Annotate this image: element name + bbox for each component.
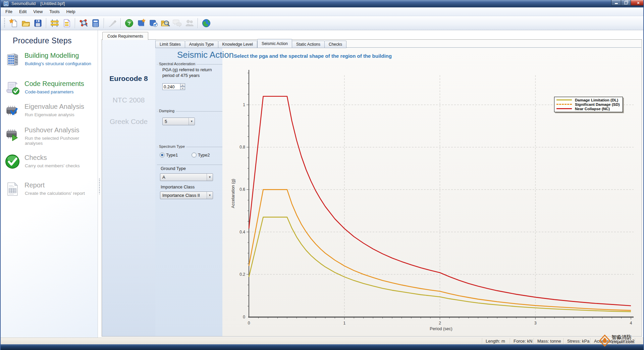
status-segment-2: Force: kN	[514, 339, 532, 344]
panel-splitter[interactable]	[98, 30, 102, 338]
status-separator	[635, 338, 636, 344]
pushover-chip-icon	[5, 126, 20, 142]
legend-label: Damage Limitation (DL)	[575, 98, 618, 102]
pga-label: PGA (g) referred to return period of 475…	[162, 67, 215, 79]
svg-text:0.6: 0.6	[239, 187, 245, 192]
window-title: SeismoBuild[Untitled.bpf]	[11, 1, 65, 6]
status-segment-4: Stress: kPa	[567, 339, 589, 344]
user-manual-icon[interactable]	[135, 17, 147, 29]
ground-type-select[interactable]: A ▼	[160, 173, 213, 181]
radio-type1[interactable]	[160, 152, 165, 158]
group-label-spectrum-type: Spectrum Type	[158, 144, 186, 148]
help-icon[interactable]: ?	[123, 17, 135, 29]
svg-text:1: 1	[243, 102, 245, 107]
code-option-ntc-2008[interactable]: NTC 2008	[102, 96, 155, 104]
code-option-eurocode-8[interactable]: Eurocode 8	[102, 75, 155, 83]
legend-label: Significant Damage (SD)	[575, 102, 620, 106]
caption-buttons: ×	[611, 0, 644, 6]
svg-text:2: 2	[439, 321, 441, 325]
radio-type1-label: Type1	[166, 152, 178, 158]
building-icon	[5, 52, 20, 67]
status-separator	[510, 338, 511, 344]
group-damping: Damping	[157, 111, 222, 112]
tab-analysis-type[interactable]: Analysis Type	[185, 41, 218, 48]
code-option-greek-code[interactable]: Greek Code	[102, 118, 155, 126]
new-project-icon[interactable]	[8, 17, 20, 29]
tab-code-requirements-outer[interactable]: Code Requirements	[102, 32, 148, 40]
seismobuild-window: SeismoBuild[Untitled.bpf] × FileEditView…	[0, 0, 644, 350]
watermark-logo-icon	[599, 335, 610, 347]
svg-text:Period (sec): Period (sec)	[430, 326, 452, 331]
support-icon	[183, 17, 196, 29]
minimize-button[interactable]	[611, 0, 621, 6]
title-bar: SeismoBuild[Untitled.bpf] ×	[0, 0, 644, 7]
sidebar-item-subtitle: Run the selected Pushover analyses	[25, 136, 97, 146]
code-scroll-icon	[5, 80, 20, 95]
sidebar-item-pushover-analysis[interactable]: Pushover AnalysisRun the selected Pushov…	[0, 126, 97, 145]
damping-select[interactable]: 5 ▼	[162, 118, 195, 125]
importance-class-select[interactable]: Importance Class II ▼	[160, 191, 213, 199]
svg-text:1: 1	[343, 321, 345, 325]
menu-edit[interactable]: Edit	[16, 8, 30, 15]
app-logo-icon	[3, 1, 9, 6]
watermark-text: 智淼消防	[611, 335, 634, 340]
example-browser-icon[interactable]	[159, 17, 171, 29]
chart-legend: Damage Limitation (DL)Significant Damage…	[554, 97, 623, 112]
status-bar: Length: mForce: kNMass: tonneStress: kPa…	[0, 338, 644, 345]
sidebar-item-subtitle: Code-based parameters	[25, 89, 74, 94]
sidebar-item-title: Code Requirements	[24, 80, 84, 88]
code-selector-column: Eurocode 8NTC 2008Greek Code	[102, 40, 156, 336]
ground-type-value: A	[160, 175, 207, 180]
menu-bar: FileEditViewToolsHelp	[0, 7, 644, 16]
toolbar-grip[interactable]	[4, 18, 5, 28]
menu-tools[interactable]: Tools	[46, 8, 63, 15]
svg-text:0.4: 0.4	[239, 230, 245, 234]
sidebar-item-subtitle: Create the calculations' report	[25, 191, 85, 196]
splitter-grip-icon	[99, 179, 100, 194]
sidebar-item-code-requirements[interactable]: Code RequirementsCode-based parameters	[0, 80, 97, 99]
checks-circle-icon	[5, 154, 20, 169]
menu-file[interactable]: File	[2, 8, 16, 15]
spin-up-icon[interactable]: ▲	[180, 83, 185, 87]
building-modeller-icon[interactable]	[49, 17, 61, 29]
report-page-icon	[5, 181, 20, 197]
status-separator	[534, 338, 534, 344]
importance-class-value: Importance Class II	[160, 193, 207, 198]
open-project-icon[interactable]	[20, 17, 32, 29]
radio-type2[interactable]	[192, 152, 197, 158]
calculator-icon[interactable]	[90, 17, 102, 29]
pga-input[interactable]	[162, 83, 180, 90]
tab-seismic-action[interactable]: Seismic Action	[257, 39, 292, 48]
menu-view[interactable]: View	[30, 8, 46, 15]
status-segment-3: Mass: tonne	[537, 339, 561, 344]
legend-line-swatch	[556, 104, 572, 105]
spin-down-icon[interactable]: ▼	[180, 87, 185, 90]
website-globe-icon[interactable]	[200, 17, 212, 29]
menu-help[interactable]: Help	[63, 8, 79, 15]
save-project-icon[interactable]	[32, 17, 44, 29]
procedure-steps-panel: Procedure Steps Building ModellingBuildi…	[0, 30, 98, 338]
legend-label: Near Collapse (NC)	[575, 107, 610, 111]
verification-book-icon[interactable]	[147, 17, 159, 29]
restore-button[interactable]	[621, 0, 631, 6]
chevron-down-icon: ▼	[189, 118, 195, 125]
sidebar-item-checks[interactable]: ChecksCarry out members' checks	[0, 154, 97, 173]
sidebar-item-building-modelling[interactable]: Building ModellingBuilding's structural …	[0, 52, 97, 71]
report-document-icon[interactable]	[61, 17, 73, 29]
model-view-icon[interactable]	[77, 17, 90, 29]
sidebar-item-title: Eigenvalue Analysis	[24, 103, 84, 111]
sidebar-item-title: Building Modelling	[24, 52, 79, 59]
watermark: 智淼消防 zmjaxf.com	[599, 335, 634, 347]
radio-type2-label: Type2	[198, 152, 210, 158]
status-separator	[564, 338, 564, 344]
svg-text:0.2: 0.2	[239, 272, 245, 277]
sidebar-item-report[interactable]: ReportCreate the calculations' report	[0, 181, 97, 200]
sidebar-item-eigenvalue-analysis[interactable]: Eigenvalue AnalysisRun Eigenvalue analys…	[0, 103, 97, 122]
tab-limit-states[interactable]: Limit States	[155, 41, 185, 48]
toolbar: ?	[0, 16, 644, 30]
svg-text:?: ?	[127, 20, 130, 26]
close-button[interactable]: ×	[631, 0, 644, 6]
damping-value: 5	[163, 119, 189, 124]
forum-icon	[171, 17, 183, 29]
ground-type-label: Ground Type	[161, 166, 186, 171]
